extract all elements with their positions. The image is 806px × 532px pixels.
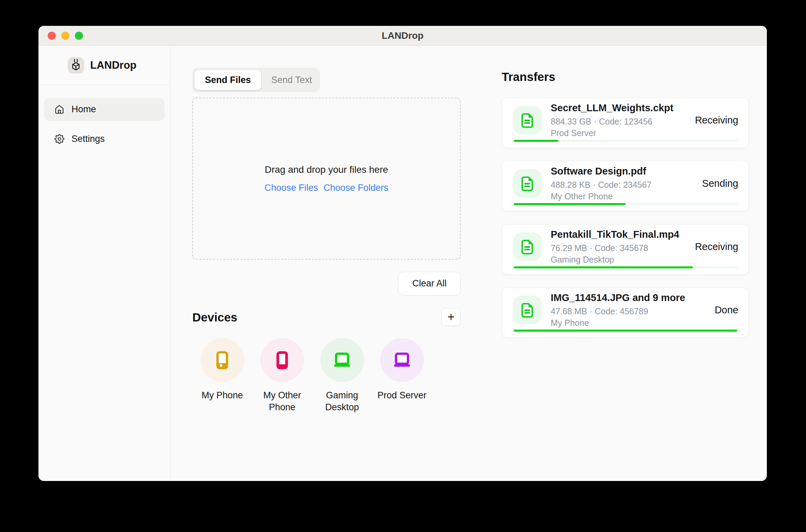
laptop-icon	[332, 350, 353, 371]
device-name: Prod Server	[377, 389, 426, 401]
transfer-card-row: Secret_LLM_Weights.ckpt 884.33 GB · Code…	[513, 102, 738, 138]
dropzone-message: Drag and drop your files here	[265, 164, 388, 175]
phone-icon	[212, 350, 233, 371]
plus-icon: +	[447, 310, 454, 324]
transfer-meta: 488.28 KB · Code: 234567	[551, 180, 651, 190]
transfer-progress-fill	[514, 330, 737, 332]
device-circle	[320, 338, 364, 382]
transfer-meta: 76.29 MB · Code: 345678	[551, 243, 679, 253]
transfer-filename: Software Design.pdf	[551, 166, 651, 177]
device-item[interactable]: Prod Server	[372, 338, 432, 413]
transfer-status: Sending	[695, 178, 738, 189]
main-panel: Send Files Send Text Drag and drop your …	[171, 46, 482, 481]
file-icon	[513, 296, 542, 324]
transfer-card-row: IMG_114514.JPG and 9 more 47.68 MB · Cod…	[513, 292, 738, 328]
clear-all-button[interactable]: Clear All	[398, 272, 461, 295]
sidebar-item-settings[interactable]: Settings	[44, 128, 165, 150]
choose-folders-link[interactable]: Choose Folders	[323, 183, 388, 193]
transfers-list: Secret_LLM_Weights.ckpt 884.33 GB · Code…	[502, 98, 749, 338]
device-item[interactable]: My Other Phone	[252, 338, 312, 413]
sidebar-item-home[interactable]: Home	[44, 98, 165, 121]
landrop-logo-icon	[68, 57, 84, 73]
sidebar-nav: Home Settings	[38, 85, 170, 150]
device-name: My Phone	[202, 389, 243, 401]
close-window-button[interactable]	[48, 32, 56, 40]
clear-row: Clear All	[192, 272, 461, 295]
transfer-peer: My Phone	[551, 318, 685, 328]
tab-send-text[interactable]: Send Text	[261, 70, 322, 90]
device-circle	[260, 338, 304, 382]
transfer-card[interactable]: Secret_LLM_Weights.ckpt 884.33 GB · Code…	[502, 98, 749, 148]
app-name: LANDrop	[90, 59, 136, 71]
transfer-filename: IMG_114514.JPG and 9 more	[551, 292, 685, 303]
content: LANDrop Home Settings	[38, 46, 767, 481]
transfer-progress-track	[514, 266, 737, 268]
device-name: My Other Phone	[255, 389, 309, 413]
transfer-progress-track	[514, 330, 737, 332]
add-device-button[interactable]: +	[441, 308, 461, 326]
transfer-status: Done	[708, 304, 738, 316]
transfer-card-row: Pentakill_TikTok_Final.mp4 76.29 MB · Co…	[513, 229, 738, 265]
devices-list: My Phone My Other Phone Gaming Desktop	[192, 338, 482, 413]
transfer-status: Receiving	[688, 241, 738, 252]
transfer-filename: Pentakill_TikTok_Final.mp4	[551, 229, 679, 240]
app-window: LANDrop LANDrop	[38, 26, 767, 481]
transfer-filename: Secret_LLM_Weights.ckpt	[551, 102, 673, 114]
minimize-window-button[interactable]	[61, 32, 69, 40]
devices-header: Devices +	[192, 308, 461, 326]
phone-icon	[272, 350, 293, 371]
transfer-progress-track	[514, 203, 737, 205]
transfer-text: Software Design.pdf 488.28 KB · Code: 23…	[551, 166, 651, 201]
traffic-lights	[48, 32, 83, 40]
transfer-card-row: Software Design.pdf 488.28 KB · Code: 23…	[513, 166, 738, 201]
device-item[interactable]: My Phone	[192, 338, 252, 413]
logo-row: LANDrop	[68, 57, 170, 73]
device-item[interactable]: Gaming Desktop	[312, 338, 372, 413]
laptop-icon	[391, 350, 413, 371]
transfer-card[interactable]: Pentakill_TikTok_Final.mp4 76.29 MB · Co…	[502, 224, 749, 275]
send-mode-tabs: Send Files Send Text	[192, 68, 320, 92]
file-icon	[513, 169, 542, 198]
zoom-window-button[interactable]	[75, 32, 83, 40]
device-name: Gaming Desktop	[315, 389, 369, 413]
transfers-panel: Transfers Secret_LLM_Weights.ckpt 884.33…	[482, 46, 767, 481]
home-icon	[54, 104, 64, 114]
device-circle	[200, 338, 244, 382]
window-title: LANDrop	[38, 30, 767, 41]
transfer-text: IMG_114514.JPG and 9 more 47.68 MB · Cod…	[551, 292, 685, 328]
transfers-heading: Transfers	[502, 70, 749, 84]
device-circle	[380, 338, 424, 382]
file-icon	[513, 106, 542, 134]
transfer-meta: 47.68 MB · Code: 456789	[551, 306, 685, 316]
tab-send-files[interactable]: Send Files	[195, 70, 261, 90]
devices-heading: Devices	[192, 309, 237, 326]
transfer-text: Secret_LLM_Weights.ckpt 884.33 GB · Code…	[551, 102, 673, 138]
transfer-progress-fill	[514, 266, 693, 268]
choose-files-link[interactable]: Choose Files	[264, 183, 318, 193]
transfer-status: Receiving	[688, 115, 738, 126]
transfer-peer: Gaming Desktop	[551, 255, 679, 265]
transfer-peer: Prod Server	[551, 128, 673, 138]
transfer-text: Pentakill_TikTok_Final.mp4 76.29 MB · Co…	[551, 229, 679, 265]
titlebar: LANDrop	[38, 26, 767, 46]
dropzone-links: Choose Files Choose Folders	[264, 183, 388, 193]
transfer-progress-fill	[514, 203, 626, 205]
transfer-peer: My Other Phone	[551, 192, 651, 201]
transfer-progress-track	[514, 140, 737, 142]
file-icon	[513, 232, 542, 261]
sidebar: LANDrop Home Settings	[38, 46, 171, 481]
gear-icon	[54, 134, 64, 144]
transfer-card[interactable]: IMG_114514.JPG and 9 more 47.68 MB · Cod…	[502, 287, 749, 338]
transfer-card[interactable]: Software Design.pdf 488.28 KB · Code: 23…	[502, 161, 749, 211]
file-dropzone[interactable]: Drag and drop your files here Choose Fil…	[192, 98, 461, 260]
transfer-progress-fill	[514, 140, 558, 142]
transfer-meta: 884.33 GB · Code: 123456	[551, 117, 673, 127]
sidebar-item-label: Home	[71, 104, 96, 115]
sidebar-item-label: Settings	[71, 134, 105, 144]
